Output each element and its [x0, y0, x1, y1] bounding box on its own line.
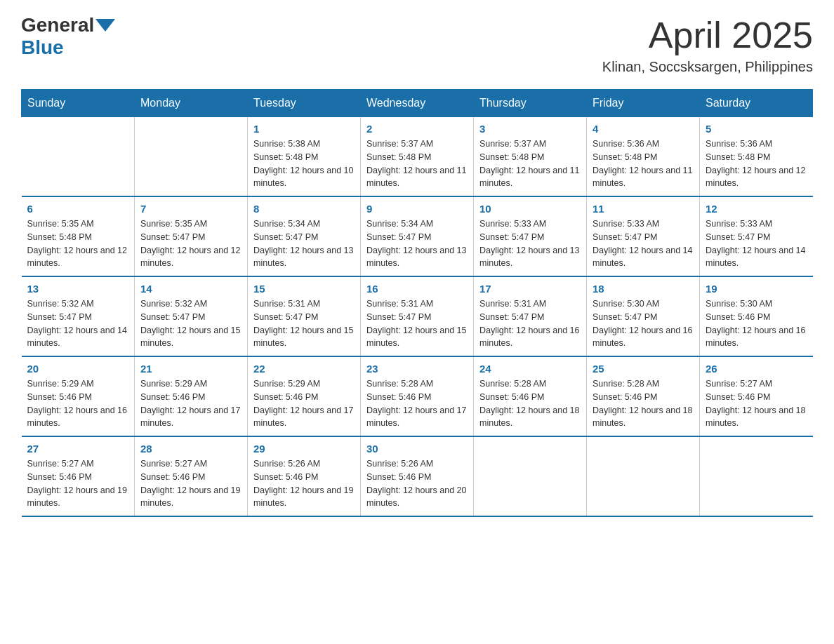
- day-number: 26: [706, 363, 807, 375]
- day-number: 14: [140, 283, 241, 295]
- day-info: Sunrise: 5:29 AMSunset: 5:46 PMDaylight:…: [140, 377, 241, 430]
- day-number: 23: [366, 363, 468, 375]
- day-info: Sunrise: 5:31 AMSunset: 5:47 PMDaylight:…: [253, 297, 355, 350]
- day-of-week-header: Monday: [135, 90, 248, 117]
- day-number: 19: [706, 283, 807, 295]
- calendar-week-row: 6Sunrise: 5:35 AMSunset: 5:48 PMDaylight…: [22, 196, 813, 276]
- day-info: Sunrise: 5:28 AMSunset: 5:46 PMDaylight:…: [593, 377, 694, 430]
- calendar-day-cell: 7Sunrise: 5:35 AMSunset: 5:47 PMDaylight…: [135, 196, 248, 276]
- day-number: 28: [140, 443, 241, 455]
- day-info: Sunrise: 5:27 AMSunset: 5:46 PMDaylight:…: [27, 457, 129, 510]
- calendar-day-cell: 14Sunrise: 5:32 AMSunset: 5:47 PMDayligh…: [135, 276, 248, 356]
- calendar-week-row: 1Sunrise: 5:38 AMSunset: 5:48 PMDaylight…: [22, 117, 813, 197]
- day-of-week-header: Wednesday: [361, 90, 474, 117]
- calendar-day-cell: 15Sunrise: 5:31 AMSunset: 5:47 PMDayligh…: [248, 276, 361, 356]
- calendar-week-row: 27Sunrise: 5:27 AMSunset: 5:46 PMDayligh…: [22, 436, 813, 516]
- calendar-day-cell: 12Sunrise: 5:33 AMSunset: 5:47 PMDayligh…: [700, 196, 813, 276]
- day-info: Sunrise: 5:31 AMSunset: 5:47 PMDaylight:…: [479, 297, 581, 350]
- day-of-week-header: Friday: [587, 90, 700, 117]
- calendar-day-cell: 29Sunrise: 5:26 AMSunset: 5:46 PMDayligh…: [248, 436, 361, 516]
- calendar-day-cell: 19Sunrise: 5:30 AMSunset: 5:46 PMDayligh…: [700, 276, 813, 356]
- day-number: 12: [706, 203, 807, 215]
- day-number: 24: [479, 363, 581, 375]
- day-number: 17: [479, 283, 581, 295]
- logo-triangle-icon: [95, 19, 115, 32]
- calendar-day-cell: 23Sunrise: 5:28 AMSunset: 5:46 PMDayligh…: [361, 356, 474, 436]
- day-info: Sunrise: 5:27 AMSunset: 5:46 PMDaylight:…: [706, 377, 807, 430]
- location-label: Klinan, Soccsksargen, Philippines: [602, 59, 813, 75]
- day-info: Sunrise: 5:34 AMSunset: 5:47 PMDaylight:…: [366, 217, 468, 270]
- day-info: Sunrise: 5:30 AMSunset: 5:47 PMDaylight:…: [593, 297, 694, 350]
- calendar-day-cell: 30Sunrise: 5:26 AMSunset: 5:46 PMDayligh…: [361, 436, 474, 516]
- day-number: 2: [366, 123, 468, 135]
- day-info: Sunrise: 5:29 AMSunset: 5:46 PMDaylight:…: [253, 377, 355, 430]
- calendar-body: 1Sunrise: 5:38 AMSunset: 5:48 PMDaylight…: [22, 117, 813, 517]
- day-info: Sunrise: 5:32 AMSunset: 5:47 PMDaylight:…: [27, 297, 129, 350]
- day-info: Sunrise: 5:26 AMSunset: 5:46 PMDaylight:…: [366, 457, 468, 510]
- calendar-week-row: 13Sunrise: 5:32 AMSunset: 5:47 PMDayligh…: [22, 276, 813, 356]
- logo: General Blue: [21, 14, 117, 59]
- day-number: 15: [253, 283, 355, 295]
- day-info: Sunrise: 5:28 AMSunset: 5:46 PMDaylight:…: [366, 377, 468, 430]
- day-info: Sunrise: 5:31 AMSunset: 5:47 PMDaylight:…: [366, 297, 468, 350]
- day-number: 27: [27, 443, 129, 455]
- calendar-day-cell: 8Sunrise: 5:34 AMSunset: 5:47 PMDaylight…: [248, 196, 361, 276]
- day-info: Sunrise: 5:36 AMSunset: 5:48 PMDaylight:…: [706, 137, 807, 190]
- day-number: 5: [706, 123, 807, 135]
- calendar-day-cell: 16Sunrise: 5:31 AMSunset: 5:47 PMDayligh…: [361, 276, 474, 356]
- calendar-day-cell: 24Sunrise: 5:28 AMSunset: 5:46 PMDayligh…: [474, 356, 587, 436]
- day-info: Sunrise: 5:33 AMSunset: 5:47 PMDaylight:…: [593, 217, 694, 270]
- calendar-day-cell: [474, 436, 587, 516]
- day-of-week-header: Saturday: [700, 90, 813, 117]
- day-info: Sunrise: 5:30 AMSunset: 5:46 PMDaylight:…: [706, 297, 807, 350]
- calendar-day-cell: 5Sunrise: 5:36 AMSunset: 5:48 PMDaylight…: [700, 117, 813, 197]
- calendar-day-cell: [22, 117, 135, 197]
- calendar-header: SundayMondayTuesdayWednesdayThursdayFrid…: [22, 90, 813, 117]
- page-header: General Blue April 2025 Klinan, Soccsksa…: [21, 14, 813, 75]
- day-number: 4: [593, 123, 694, 135]
- day-number: 1: [253, 123, 355, 135]
- day-of-week-header: Tuesday: [248, 90, 361, 117]
- day-number: 13: [27, 283, 129, 295]
- calendar-day-cell: 20Sunrise: 5:29 AMSunset: 5:46 PMDayligh…: [22, 356, 135, 436]
- day-info: Sunrise: 5:36 AMSunset: 5:48 PMDaylight:…: [593, 137, 694, 190]
- day-number: 29: [253, 443, 355, 455]
- calendar-day-cell: 2Sunrise: 5:37 AMSunset: 5:48 PMDaylight…: [361, 117, 474, 197]
- calendar-day-cell: 22Sunrise: 5:29 AMSunset: 5:46 PMDayligh…: [248, 356, 361, 436]
- day-of-week-header: Thursday: [474, 90, 587, 117]
- logo-blue-text: Blue: [21, 36, 64, 59]
- day-number: 7: [140, 203, 241, 215]
- day-info: Sunrise: 5:27 AMSunset: 5:46 PMDaylight:…: [140, 457, 241, 510]
- day-info: Sunrise: 5:28 AMSunset: 5:46 PMDaylight:…: [479, 377, 581, 430]
- calendar-day-cell: 4Sunrise: 5:36 AMSunset: 5:48 PMDaylight…: [587, 117, 700, 197]
- calendar-day-cell: 17Sunrise: 5:31 AMSunset: 5:47 PMDayligh…: [474, 276, 587, 356]
- calendar-day-cell: 13Sunrise: 5:32 AMSunset: 5:47 PMDayligh…: [22, 276, 135, 356]
- day-number: 9: [366, 203, 468, 215]
- calendar-day-cell: 1Sunrise: 5:38 AMSunset: 5:48 PMDaylight…: [248, 117, 361, 197]
- day-info: Sunrise: 5:33 AMSunset: 5:47 PMDaylight:…: [706, 217, 807, 270]
- calendar-day-cell: 3Sunrise: 5:37 AMSunset: 5:48 PMDaylight…: [474, 117, 587, 197]
- calendar-day-cell: 18Sunrise: 5:30 AMSunset: 5:47 PMDayligh…: [587, 276, 700, 356]
- calendar-day-cell: 28Sunrise: 5:27 AMSunset: 5:46 PMDayligh…: [135, 436, 248, 516]
- day-number: 10: [479, 203, 581, 215]
- header-row: SundayMondayTuesdayWednesdayThursdayFrid…: [22, 90, 813, 117]
- calendar-day-cell: 26Sunrise: 5:27 AMSunset: 5:46 PMDayligh…: [700, 356, 813, 436]
- day-number: 25: [593, 363, 694, 375]
- day-info: Sunrise: 5:37 AMSunset: 5:48 PMDaylight:…: [479, 137, 581, 190]
- day-info: Sunrise: 5:34 AMSunset: 5:47 PMDaylight:…: [253, 217, 355, 270]
- day-info: Sunrise: 5:33 AMSunset: 5:47 PMDaylight:…: [479, 217, 581, 270]
- calendar-day-cell: 9Sunrise: 5:34 AMSunset: 5:47 PMDaylight…: [361, 196, 474, 276]
- calendar-day-cell: 10Sunrise: 5:33 AMSunset: 5:47 PMDayligh…: [474, 196, 587, 276]
- calendar-day-cell: 25Sunrise: 5:28 AMSunset: 5:46 PMDayligh…: [587, 356, 700, 436]
- calendar-table: SundayMondayTuesdayWednesdayThursdayFrid…: [21, 89, 813, 517]
- calendar-day-cell: [587, 436, 700, 516]
- calendar-week-row: 20Sunrise: 5:29 AMSunset: 5:46 PMDayligh…: [22, 356, 813, 436]
- day-info: Sunrise: 5:32 AMSunset: 5:47 PMDaylight:…: [140, 297, 241, 350]
- day-number: 18: [593, 283, 694, 295]
- day-number: 20: [27, 363, 129, 375]
- calendar-day-cell: [135, 117, 248, 197]
- day-number: 16: [366, 283, 468, 295]
- month-title: April 2025: [602, 14, 813, 56]
- day-info: Sunrise: 5:29 AMSunset: 5:46 PMDaylight:…: [27, 377, 129, 430]
- day-info: Sunrise: 5:38 AMSunset: 5:48 PMDaylight:…: [253, 137, 355, 190]
